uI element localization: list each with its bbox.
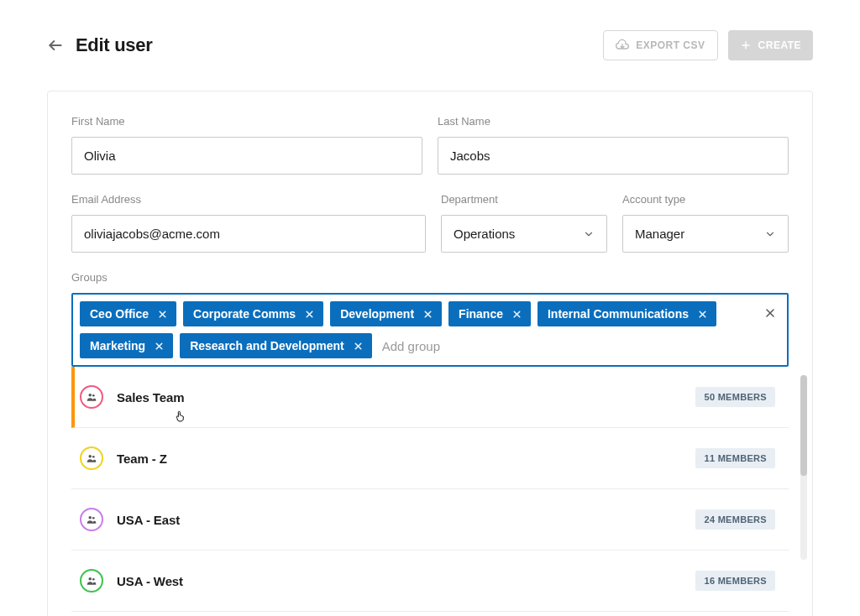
department-label: Department: [441, 193, 607, 206]
svg-point-24: [89, 516, 92, 519]
chip-label: Ceo Office: [90, 307, 149, 321]
svg-point-20: [89, 394, 92, 397]
svg-point-26: [89, 577, 92, 581]
users-icon: [80, 446, 103, 470]
group-option[interactable]: USA - West16 MEMBERS: [71, 551, 789, 612]
users-icon: [80, 508, 103, 531]
add-group-input[interactable]: Add group: [379, 334, 443, 358]
chip-label: Finance: [459, 307, 503, 321]
create-button[interactable]: CREATE: [728, 30, 813, 60]
group-chip: Research and Development: [180, 333, 372, 358]
chevron-down-icon: [583, 228, 595, 240]
svg-point-22: [89, 455, 92, 458]
chip-remove-icon[interactable]: [697, 309, 708, 320]
back-arrow-icon[interactable]: [47, 37, 64, 54]
chip-remove-icon[interactable]: [353, 341, 364, 352]
first-name-input[interactable]: [71, 137, 422, 175]
plus-icon: [740, 39, 752, 51]
group-option[interactable]: Sales Team50 MEMBERS: [71, 367, 789, 428]
create-label: CREATE: [758, 39, 801, 51]
group-option[interactable]: Team - Z11 MEMBERS: [71, 428, 789, 489]
account-type-field: Account type Manager: [622, 193, 789, 253]
members-badge: 50 MEMBERS: [695, 387, 775, 407]
chip-label: Research and Development: [190, 339, 344, 352]
department-field: Department Operations: [441, 193, 607, 253]
group-chip: Marketing: [80, 333, 173, 358]
cloud-download-icon: [616, 39, 629, 52]
members-badge: 16 MEMBERS: [695, 571, 775, 591]
chip-remove-icon[interactable]: [157, 309, 168, 320]
edit-user-form: First Name Last Name Email Address Depar…: [47, 91, 813, 616]
group-option-name: USA - West: [117, 574, 183, 588]
account-type-value: Manager: [635, 227, 684, 241]
chip-remove-icon[interactable]: [511, 309, 522, 320]
page-title: Edit user: [76, 34, 152, 56]
account-type-label: Account type: [622, 193, 789, 206]
department-value: Operations: [454, 227, 515, 241]
first-name-label: First Name: [71, 115, 422, 128]
chip-remove-icon[interactable]: [304, 309, 315, 320]
last-name-field: Last Name: [438, 115, 789, 175]
email-field: Email Address: [71, 193, 426, 253]
clear-all-icon[interactable]: [763, 306, 777, 320]
group-option-name: Team - Z: [117, 452, 167, 466]
chip-remove-icon[interactable]: [154, 341, 165, 352]
groups-chip-input[interactable]: Ceo OfficeCorporate CommsDevelopmentFina…: [71, 293, 789, 367]
email-label: Email Address: [71, 193, 426, 206]
scrollbar-thumb[interactable]: [800, 375, 807, 476]
group-chip: Finance: [448, 301, 531, 326]
last-name-label: Last Name: [438, 115, 789, 128]
group-option-name: USA - East: [117, 513, 180, 527]
chip-label: Internal Communications: [548, 307, 689, 321]
email-input[interactable]: [71, 215, 426, 253]
group-chip: Development: [330, 301, 442, 326]
export-csv-button[interactable]: EXPORT CSV: [603, 30, 717, 60]
department-select[interactable]: Operations: [441, 215, 607, 253]
group-option-name: Sales Team: [117, 390, 184, 405]
first-name-field: First Name: [71, 115, 422, 175]
group-option[interactable]: USA - East24 MEMBERS: [71, 489, 789, 551]
dropdown-scrollbar[interactable]: [800, 375, 807, 560]
account-type-select[interactable]: Manager: [622, 215, 789, 253]
members-badge: 11 MEMBERS: [695, 448, 775, 468]
group-chip: Corporate Comms: [183, 301, 323, 326]
chip-label: Development: [340, 307, 414, 321]
chip-remove-icon[interactable]: [422, 309, 433, 320]
svg-point-21: [92, 394, 95, 397]
export-label: EXPORT CSV: [636, 39, 705, 51]
members-badge: 24 MEMBERS: [695, 509, 775, 530]
svg-point-23: [92, 456, 95, 458]
group-chip: Internal Communications: [538, 301, 716, 326]
groups-label: Groups: [71, 271, 789, 284]
users-icon: [80, 385, 103, 409]
users-icon: [80, 569, 103, 593]
chevron-down-icon: [764, 228, 776, 240]
group-chip: Ceo Office: [80, 301, 176, 326]
page-header: Edit user EXPORT CSV CREATE: [47, 30, 813, 60]
svg-point-27: [92, 578, 95, 581]
chip-label: Corporate Comms: [193, 307, 296, 321]
groups-dropdown: Sales Team50 MEMBERSTeam - Z11 MEMBERSUS…: [71, 367, 789, 612]
chip-label: Marketing: [90, 339, 145, 352]
svg-point-25: [92, 517, 95, 519]
last-name-input[interactable]: [438, 137, 789, 175]
